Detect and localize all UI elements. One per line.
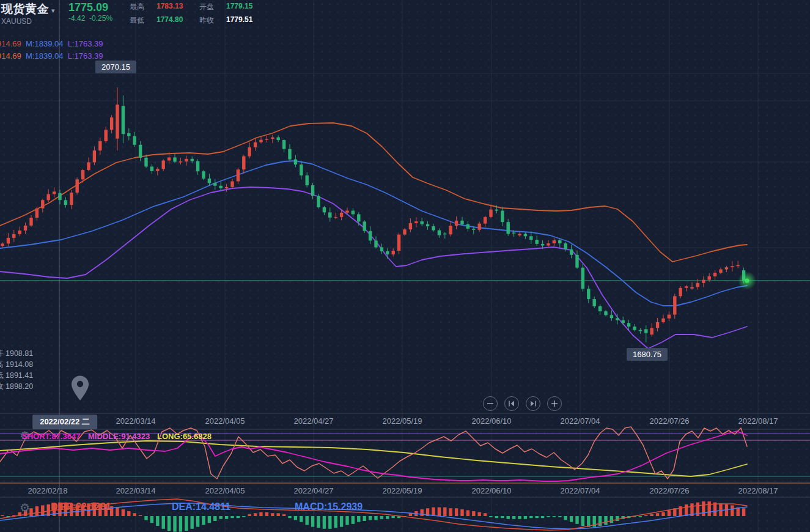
price-change: -4.42 -0.25% [68, 14, 112, 23]
band-mid-value: M:1839.04 [26, 39, 63, 48]
trading-app: 现货黄金▾ XAUUSD 1775.09 -4.42 -0.25% 最高1783… [0, 0, 810, 532]
ohlc-row: 开 1908.81 [0, 348, 55, 359]
band-upper-value: 914.69 [0, 39, 21, 48]
zoom-out-button[interactable] [483, 396, 498, 411]
x-axis-label: 2022/06/10 [471, 416, 511, 426]
legend-value: LONG:65.6828 [157, 432, 212, 441]
band-lower-value: L:1763.39 [68, 39, 103, 48]
peak-price-label: 2070.15 [95, 61, 136, 73]
stat-value: 1774.80 [156, 15, 194, 26]
legend-value: MACD:15.2939 [295, 501, 363, 512]
jump-end-button[interactable] [526, 396, 540, 411]
stat-label: 最高 [130, 2, 152, 12]
band-lower-value: L:1763.39 [68, 51, 103, 61]
zoom-in-button[interactable] [547, 396, 562, 411]
jump-start-button[interactable] [504, 396, 519, 411]
ohlc-row: 收 1898.20 [0, 381, 55, 392]
chevron-down-icon: ▾ [51, 7, 55, 14]
legend-value: SHORT:87.3647 [22, 432, 80, 441]
crosshair-date-label: 2022/02/22 二 [32, 415, 97, 429]
stat-value: 1779.15 [226, 2, 264, 12]
hover-ohlc-readout: 开 1908.81高 1914.08低 1891.41收 1898.20 [0, 348, 55, 392]
ohlc-row: 高 1914.08 [0, 359, 55, 370]
ohlc-stats: 最高1783.13开盘1779.15最低1774.80昨收1779.51 [130, 2, 264, 26]
x-axis-label: 2022/07/04 [560, 416, 600, 426]
trough-price-label: 1680.75 [627, 348, 668, 361]
x-axis-label: 2022/03/14 [116, 416, 155, 426]
x-axis-label: 2022/07/26 [649, 416, 689, 426]
map-pin-icon[interactable] [71, 374, 89, 402]
price-block: 1775.09 -4.42 -0.25% [68, 1, 112, 23]
stat-label: 最低 [130, 15, 152, 26]
stat-value: 1779.51 [226, 15, 264, 26]
x-axis-label: 2022/06/10 [471, 486, 511, 495]
x-axis-label: 2022/03/14 [116, 486, 155, 495]
x-axis-label: 2022/04/05 [205, 416, 245, 426]
legend-value: DEA:14.4811 [172, 501, 230, 512]
band-upper-value: 914.69 [0, 51, 21, 61]
candlestick-chart[interactable] [0, 0, 810, 532]
x-axis-label: 2022/02/18 [28, 486, 67, 495]
stat-value: 1783.13 [156, 2, 194, 12]
legend-value: MIDDLE:91.4323 [88, 432, 150, 441]
x-axis-label: 2022/05/19 [382, 486, 422, 495]
ohlc-row: 低 1891.41 [0, 370, 55, 381]
band-readout-1: 914.69 M:1839.04 L:1763.39 914.69 M:1839… [0, 39, 122, 61]
x-axis-label: 2022/07/26 [649, 486, 689, 495]
x-axis-label: 2022/08/17 [738, 486, 778, 495]
x-axis-label: 2022/07/04 [560, 486, 600, 495]
macd-settings-gear-icon[interactable]: ⚙ [20, 502, 30, 514]
x-axis-label: 2022/08/17 [738, 416, 778, 426]
symbol-selector[interactable]: 现货黄金▾ XAUUSD [1, 1, 55, 26]
symbol-title: 现货黄金 [1, 2, 49, 15]
x-axis-label: 2022/04/05 [205, 486, 245, 495]
x-axis-label: 2022/04/27 [293, 486, 333, 495]
band-mid-value: M:1839.04 [26, 51, 63, 61]
x-axis-label: 2022/05/19 [382, 416, 422, 426]
stat-label: 昨收 [199, 15, 221, 26]
stat-label: 开盘 [199, 2, 221, 12]
x-axis-label: 2022/04/27 [293, 416, 333, 426]
legend-value: DIFF:22.1281 [51, 501, 111, 512]
last-price: 1775.09 [68, 1, 112, 14]
symbol-code: XAUUSD [1, 17, 55, 26]
